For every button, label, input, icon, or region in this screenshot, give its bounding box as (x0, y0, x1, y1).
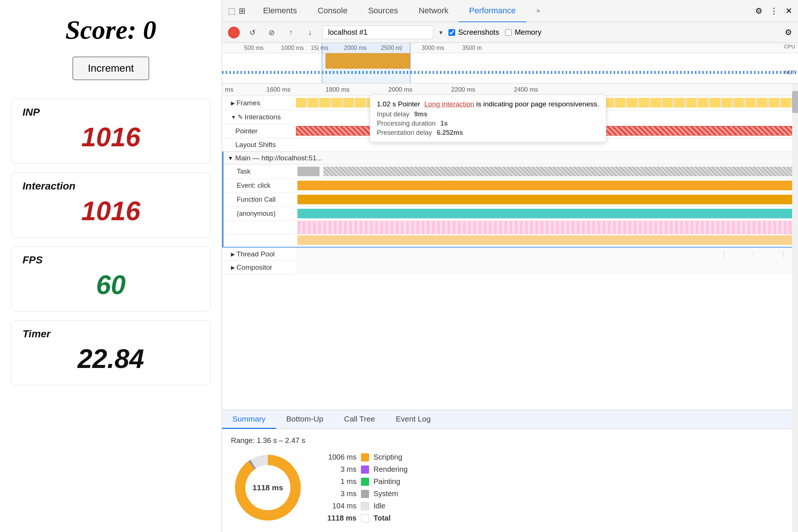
fps-label: FPS (23, 254, 199, 266)
interactions-collapse-icon[interactable]: ▼ (231, 114, 236, 120)
timeline-selection[interactable] (322, 43, 410, 83)
inp-value: 1016 (23, 122, 199, 152)
tab-summary[interactable]: Summary (222, 410, 276, 429)
tooltip-input-delay: Input delay 9ms (377, 110, 599, 118)
compositor-label-text: Compositor (236, 263, 272, 272)
close-icon[interactable]: ✕ (785, 6, 792, 16)
memory-checkbox[interactable] (505, 29, 512, 36)
scripting-label: Scripting (374, 453, 402, 461)
reload-button[interactable]: ↺ (246, 26, 259, 39)
thread-pool-marker-2 (753, 250, 754, 258)
memory-label: Memory (515, 28, 541, 37)
vertical-scrollbar[interactable] (792, 83, 798, 532)
legend-system: 3 ms System (320, 490, 407, 498)
summary-panel: Range: 1.36 s – 2.47 s (222, 429, 798, 532)
function-call-bar (297, 195, 794, 204)
idle-swatch (361, 502, 369, 510)
layout-shifts-label: Layout Shifts (222, 138, 296, 151)
interaction-card: Interaction 1016 (11, 173, 211, 238)
donut-chart: 1118 ms (231, 451, 305, 525)
score-title: Score: 0 (11, 15, 211, 45)
increment-button[interactable]: Increment (72, 57, 150, 80)
ruler2-tick-2000: 2000 ms (388, 86, 412, 93)
task-label: Task (224, 165, 297, 178)
legend-painting: 1 ms Painting (320, 477, 407, 486)
tooltip-title-row: 1.02 s Pointer Long interaction is indic… (377, 100, 599, 108)
task-track[interactable]: Task (222, 165, 798, 179)
compositor-label: ▶ Compositor (222, 261, 296, 274)
frames-expand-icon[interactable]: ▶ (231, 100, 235, 106)
pointer-content: 1.02 s Pointer Long interaction is indic… (296, 124, 798, 138)
clear-button[interactable]: ⊘ (265, 26, 278, 39)
compositor-expand-icon[interactable]: ▶ (231, 265, 235, 270)
devtools-inspect-icon[interactable]: ⬚ (228, 6, 236, 16)
event-click-bar (297, 181, 794, 190)
devtools-device-icon[interactable]: ⊞ (239, 6, 245, 16)
anonymous-track[interactable]: (anonymous) (222, 207, 798, 221)
task-bar-1 (297, 167, 320, 176)
thread-pool-content (296, 248, 798, 261)
scrollbar-thumb[interactable] (792, 91, 798, 113)
record-button[interactable] (228, 27, 240, 38)
range-text: Range: 1.36 s – 2.47 s (231, 436, 789, 445)
event-click-track[interactable]: Event: click (222, 179, 798, 193)
tab-network[interactable]: Network (408, 0, 459, 22)
tab-call-tree[interactable]: Call Tree (334, 410, 385, 429)
compositor-content (296, 261, 798, 274)
tab-bottom-up[interactable]: Bottom-Up (276, 410, 334, 429)
scripting-value: 1006 ms (320, 453, 357, 461)
screenshots-label: Screenshots (458, 28, 499, 37)
system-label: System (374, 490, 398, 498)
summary-content: 1118 ms 1006 ms Scripting 3 ms Rendering (231, 451, 789, 525)
ruler-tick-500: 500 ms (244, 45, 263, 51)
more-options-icon[interactable]: ⋮ (770, 6, 778, 16)
timer-label: Timer (23, 328, 199, 340)
ruler2-tick-ms: ms (225, 86, 233, 93)
function-call-track[interactable]: Function Call (222, 193, 798, 207)
tab-event-log[interactable]: Event Log (385, 410, 441, 429)
url-arrow-icon[interactable]: ▾ (439, 28, 443, 37)
fps-value: 60 (23, 270, 199, 300)
devtools-right: ms 1600 ms 1800 ms 2000 ms 2200 ms 2400 … (222, 83, 798, 532)
compositor-track[interactable]: ▶ Compositor (222, 261, 798, 274)
fps-card: FPS 60 (11, 246, 211, 311)
tab-console[interactable]: Console (307, 0, 358, 22)
pink-bar (297, 221, 798, 234)
donut-label: 1118 ms (253, 483, 283, 492)
task-bar-hatched (323, 167, 794, 176)
main-label: Main — http://localhost:51... (235, 154, 323, 162)
pointer-track[interactable]: Pointer 1.02 s Pointer Long interaction … (222, 124, 798, 138)
tab-performance[interactable]: Performance (459, 0, 526, 22)
anonymous-bar (297, 209, 794, 218)
thread-pool-track[interactable]: ▶ Thread Pool (222, 248, 798, 261)
upload-button[interactable]: ↑ (284, 26, 297, 39)
screenshots-checkbox[interactable] (449, 29, 455, 36)
function-call-label-text: Function Call (237, 196, 276, 204)
url-input[interactable] (323, 25, 433, 39)
tab-elements[interactable]: Elements (253, 0, 307, 22)
scripting-swatch (361, 453, 369, 461)
anonymous-label: (anonymous) (224, 207, 297, 221)
total-swatch (361, 514, 369, 522)
rendering-value: 3 ms (320, 465, 357, 474)
tooltip-link[interactable]: Long interaction (424, 100, 474, 108)
event-click-label: Event: click (224, 179, 297, 192)
download-button[interactable]: ↓ (303, 26, 317, 39)
settings-icon[interactable]: ⚙ (785, 28, 792, 37)
painting-value: 1 ms (320, 477, 357, 486)
screenshots-checkbox-group: Screenshots (449, 28, 499, 37)
thread-pool-expand-icon[interactable]: ▶ (231, 251, 235, 257)
function-call-label: Function Call (224, 193, 297, 207)
layout-shifts-label-text: Layout Shifts (235, 141, 276, 149)
timeline-overview[interactable]: 500 ms 1000 ms 15| ms 2000 ms 2500 m| 30… (222, 43, 798, 83)
gear-icon[interactable]: ⚙ (755, 6, 763, 16)
ruler2-tick-2200: 2200 ms (451, 86, 475, 93)
main-expand-icon[interactable]: ▼ (228, 155, 233, 161)
devtools-panel: ⬚ ⊞ Elements Console Sources Network Per… (222, 0, 798, 532)
tab-sources[interactable]: Sources (358, 0, 408, 22)
thread-pool-marker-1 (783, 250, 783, 258)
ruler-tick-3500: 3500 m (462, 45, 482, 51)
tab-more[interactable]: » (526, 0, 550, 22)
thread-pool-label: ▶ Thread Pool (222, 248, 296, 260)
yellow-content (297, 234, 798, 247)
